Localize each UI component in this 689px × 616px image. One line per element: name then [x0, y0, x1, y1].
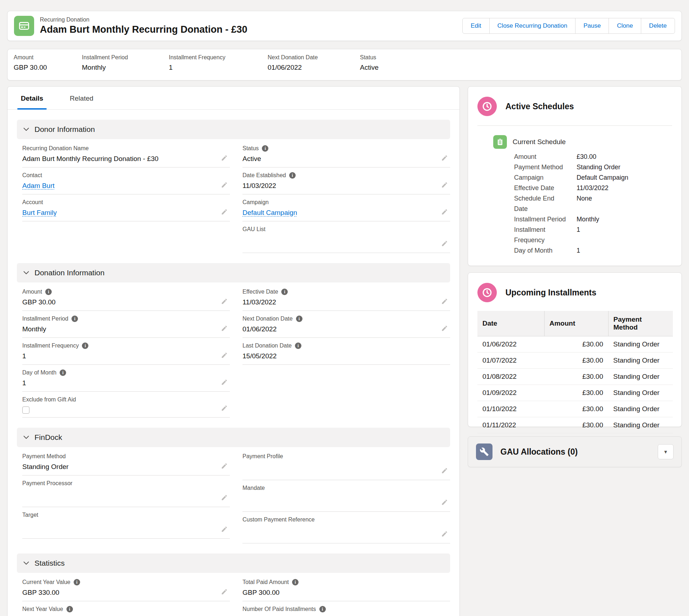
field-label: Payment Method: [22, 453, 230, 460]
schedule-row-value: £30.00: [572, 152, 596, 162]
section-statistics: StatisticsCurrent Year ValueiGBP 330.00N…: [17, 553, 450, 616]
field-label: Custom Payment Reference: [242, 516, 450, 523]
edit-pencil-icon[interactable]: [221, 463, 228, 469]
field-value: Monthly: [22, 325, 230, 334]
section-title: Donor Information: [34, 125, 95, 134]
edit-pencil-icon[interactable]: [441, 240, 448, 247]
edit-pencil-icon[interactable]: [441, 155, 448, 161]
edit-pencil-icon[interactable]: [221, 494, 228, 501]
delete-button[interactable]: Delete: [641, 18, 675, 34]
close-recurring-donation-button[interactable]: Close Recurring Donation: [489, 18, 576, 34]
edit-pencil-icon[interactable]: [221, 379, 228, 386]
current-schedule-rows: Amount£30.00Payment MethodStanding Order…: [514, 152, 672, 256]
edit-pencil-icon[interactable]: [221, 181, 228, 188]
info-icon: i: [296, 316, 302, 322]
field-label: Campaign: [242, 199, 450, 206]
section-header-donation-information[interactable]: Donation Information: [17, 263, 450, 282]
installment-amount: £30.00: [544, 385, 608, 401]
edit-pencil-icon[interactable]: [441, 181, 448, 188]
contact-link[interactable]: Adam Burt: [22, 182, 55, 189]
clipboard-icon: [493, 135, 507, 149]
installment-amount: £30.00: [544, 417, 608, 433]
installment-amount: £30.00: [544, 353, 608, 369]
schedule-row-payment-method: Payment MethodStanding Order: [514, 162, 672, 173]
campaign-link[interactable]: Default Campaign: [242, 209, 297, 216]
installment-amount: £30.00: [544, 336, 608, 353]
section-header-statistics[interactable]: Statistics: [17, 553, 450, 573]
clone-button[interactable]: Clone: [609, 18, 641, 34]
field-column-left: Payment MethodStanding OrderPayment Proc…: [22, 449, 230, 543]
field-label-text: Campaign: [242, 199, 269, 206]
edit-button[interactable]: Edit: [462, 18, 489, 34]
field-label-text: Last Donation Date: [242, 343, 292, 349]
edit-pencil-icon[interactable]: [221, 155, 228, 161]
installment-payment-method: Standing Order: [608, 353, 673, 369]
field-value: [242, 526, 450, 535]
edit-pencil-icon[interactable]: [441, 467, 448, 474]
installment-payment-method: Standing Order: [608, 401, 673, 417]
section-header-findock[interactable]: FinDock: [17, 428, 450, 447]
field-label-text: Recurring Donation Name: [22, 145, 89, 152]
field-installment-frequency: Installment Frequencyi1: [22, 338, 230, 365]
field-date-established: Date Establishedi11/03/2022: [242, 167, 450, 194]
tab-related[interactable]: Related: [69, 95, 94, 109]
edit-pencil-icon[interactable]: [221, 325, 228, 332]
edit-pencil-icon[interactable]: [221, 588, 228, 595]
edit-pencil-icon[interactable]: [221, 208, 228, 215]
tab-details[interactable]: Details: [20, 95, 44, 109]
schedule-row-day-of-month: Day of Month1: [514, 245, 672, 256]
field-value: [242, 236, 450, 244]
schedule-row-label: Effective Date: [514, 183, 572, 193]
field-mandate: Mandate: [242, 480, 450, 512]
field-label: Number Of Paid Installmentsi: [242, 606, 450, 612]
field-label-text: Custom Payment Reference: [242, 516, 315, 523]
installment-row: 01/11/2022£30.00Standing Order: [477, 417, 673, 433]
field-label: Effective Datei: [242, 289, 450, 295]
field-value: GBP 300.00: [242, 589, 450, 597]
installment-row: 01/07/2022£30.00Standing Order: [477, 353, 673, 369]
field-label-text: Payment Method: [22, 453, 66, 460]
pause-button[interactable]: Pause: [575, 18, 609, 34]
section-findock: FinDockPayment MethodStanding OrderPayme…: [17, 428, 450, 543]
edit-pencil-icon[interactable]: [441, 530, 448, 537]
field-value: 1: [22, 352, 230, 361]
field-value: [22, 521, 230, 530]
edit-pencil-icon[interactable]: [441, 298, 448, 305]
info-icon: i: [292, 579, 299, 585]
gau-dropdown-button[interactable]: ▼: [658, 444, 674, 459]
field-last-donation-date: Last Donation Datei15/05/2022: [242, 338, 450, 365]
clock-icon: [477, 283, 497, 302]
edit-pencil-icon[interactable]: [441, 208, 448, 215]
field-label: Payment Processor: [22, 480, 230, 487]
field-label: Amounti: [22, 289, 230, 295]
highlight-installment-period: Installment PeriodMonthly: [82, 54, 169, 80]
highlight-value: Monthly: [82, 64, 169, 72]
recurring-donation-icon: [14, 16, 34, 36]
field-payment-processor: Payment Processor: [22, 475, 230, 507]
field-label-text: Mandate: [242, 485, 265, 491]
edit-pencil-icon[interactable]: [221, 526, 228, 533]
section-donation-information: Donation InformationAmountiGBP 30.00Inst…: [17, 263, 450, 418]
edit-pencil-icon[interactable]: [221, 298, 228, 305]
detail-sections: Donor InformationRecurring Donation Name…: [8, 120, 459, 616]
field-recurring-donation-name: Recurring Donation NameAdam Burt Monthly…: [22, 141, 230, 167]
field-value: 15/05/2022: [242, 352, 450, 361]
section-header-donor-information[interactable]: Donor Information: [17, 120, 450, 139]
schedule-row-label: Campaign: [514, 173, 572, 183]
field-next-donation-date: Next Donation Datei01/06/2022: [242, 311, 450, 338]
field-label: Next Year Valuei: [22, 606, 230, 612]
account-link[interactable]: Burt Family: [22, 209, 57, 216]
field-label-text: Contact: [22, 172, 42, 179]
schedule-row-value: 1: [572, 245, 580, 256]
clock-icon: [477, 97, 497, 116]
edit-pencil-icon[interactable]: [441, 499, 448, 506]
schedule-row-value: None: [572, 193, 592, 214]
field-value: Adam Burt Monthly Recurring Donation - £…: [22, 155, 230, 164]
edit-pencil-icon[interactable]: [221, 405, 228, 412]
field-label-text: Current Year Value: [22, 579, 70, 585]
gau-allocations-title: GAU Allocations (0): [500, 447, 578, 457]
active-schedules-card: Active Schedules Current Schedule Amount…: [468, 86, 682, 266]
edit-pencil-icon[interactable]: [441, 325, 448, 332]
schedule-row-campaign: CampaignDefault Campaign: [514, 173, 672, 183]
edit-pencil-icon[interactable]: [221, 352, 228, 359]
